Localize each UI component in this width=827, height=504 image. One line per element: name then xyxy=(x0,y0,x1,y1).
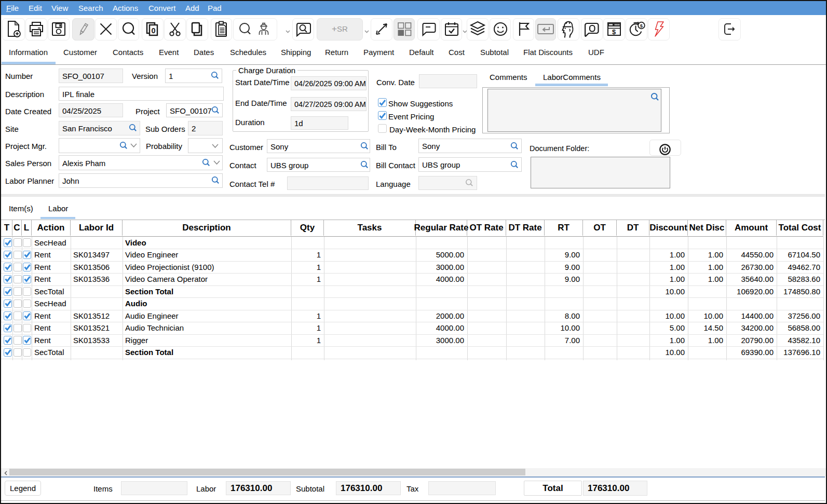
svg-text:$: $ xyxy=(640,23,643,29)
svg-text:0: 0 xyxy=(151,26,155,35)
svg-text:$: $ xyxy=(612,28,616,36)
